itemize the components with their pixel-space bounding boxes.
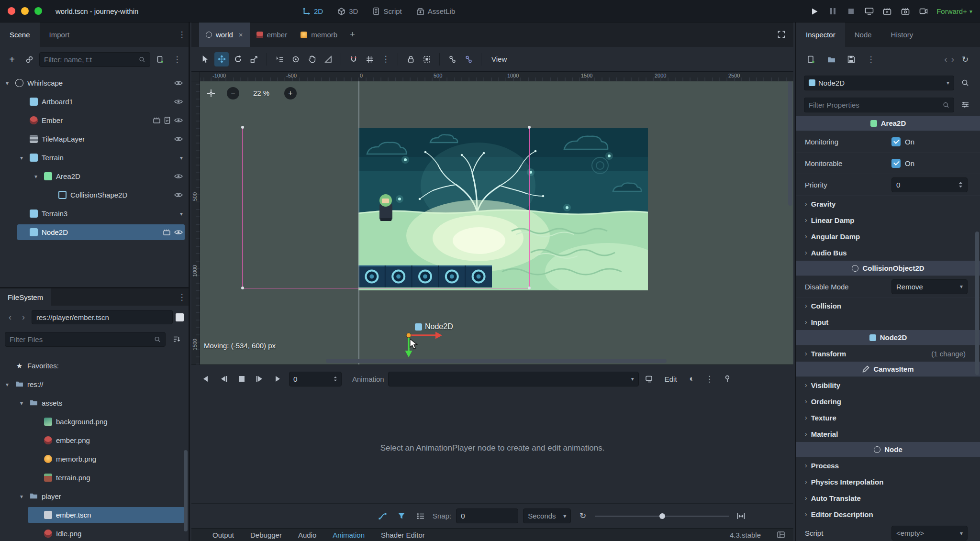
filesystem-scrollbar[interactable] — [184, 450, 188, 531]
scene-instance-icon[interactable] — [153, 117, 160, 123]
script-icon[interactable] — [164, 117, 170, 124]
scene-tree-item-collisionshape2d[interactable]: CollisionShape2D — [0, 186, 189, 204]
monitorable-checkbox[interactable] — [891, 159, 901, 168]
zoom-window-button[interactable] — [34, 7, 42, 15]
group-visibility[interactable]: › Visibility — [796, 377, 980, 393]
pivot-tool-icon[interactable] — [289, 52, 303, 66]
inspector-scrollbar[interactable] — [975, 232, 979, 375]
zoom-in-button[interactable]: + — [284, 87, 297, 99]
scene-tree-item-terrain[interactable]: ▾ Terrain ▾ — [0, 148, 189, 167]
scene-tree-item-artboard1[interactable]: Artboard1 — [0, 92, 189, 111]
category-node[interactable]: Node — [796, 442, 980, 457]
visibility-eye-icon[interactable] — [174, 192, 183, 198]
disable-mode-select[interactable]: Remove ▾ — [891, 279, 968, 294]
group-material[interactable]: › Material — [796, 426, 980, 442]
viewport-canvas[interactable]: − 22 % + Node2D Moving: (-534, 600) px — [200, 81, 793, 364]
resource-menu-icon[interactable]: ⋮ — [864, 55, 878, 65]
close-tab-icon[interactable]: × — [239, 31, 243, 39]
edit-next-object-button[interactable]: › — [951, 54, 954, 65]
play-from-start-button[interactable] — [253, 372, 267, 386]
category-collisionobject2d[interactable]: CollisionObject2D — [796, 261, 980, 276]
distraction-free-icon[interactable] — [774, 27, 789, 42]
file-filter-input[interactable] — [10, 335, 151, 343]
rotate-tool-button[interactable] — [231, 52, 245, 66]
bottom-tab-debugger[interactable]: Debugger — [250, 531, 282, 539]
snap-value-well[interactable] — [456, 508, 518, 523]
group-angular-damp[interactable]: › Angular Damp — [796, 228, 980, 244]
horizontal-scrollbar[interactable] — [200, 359, 788, 364]
group-collision[interactable]: › Collision — [796, 298, 980, 314]
group-texture[interactable]: › Texture — [796, 409, 980, 426]
fs-item-idle-png[interactable]: Idle.png — [0, 524, 189, 541]
animation-menu-icon[interactable]: ⋮ — [703, 374, 716, 384]
fs-item-res[interactable]: ▾ res:// — [0, 375, 189, 394]
property-options-icon[interactable] — [958, 98, 972, 112]
remote-deb​ug-icon[interactable] — [864, 6, 874, 17]
fs-item-ember-tscn[interactable]: ember.tscn — [0, 506, 189, 524]
frame-input[interactable] — [293, 375, 331, 383]
grid-snap-icon[interactable] — [363, 52, 377, 66]
scene-filter-input[interactable] — [44, 55, 136, 64]
filesystem-menu-icon[interactable]: ⋮ — [175, 288, 189, 306]
skeleton-options-icon[interactable] — [461, 52, 476, 66]
priority-spinner[interactable]: 0 — [891, 177, 968, 192]
lock-icon[interactable] — [403, 52, 418, 66]
group-process[interactable]: › Process — [796, 457, 980, 474]
node-selector[interactable]: Node2D ▾ — [804, 76, 954, 90]
group-audio-bus[interactable]: › Audio Bus — [796, 244, 980, 261]
filter-tracks-icon[interactable] — [394, 509, 409, 523]
play-backwards-button[interactable] — [216, 372, 231, 386]
tab-inspector[interactable]: Inspector — [796, 22, 845, 47]
group-physics-interpolation[interactable]: › Physics Interpolation — [796, 474, 980, 490]
loop-icon[interactable]: ↻ — [576, 509, 590, 523]
chevron-down-icon[interactable]: ▾ — [180, 155, 183, 161]
chevron-down-icon[interactable]: ▾ — [180, 210, 183, 217]
scene-tree-menu-icon[interactable]: ⋮ — [170, 55, 184, 65]
pan-tool-icon[interactable] — [305, 52, 319, 66]
fs-item-favorites[interactable]: ★ Favorites: — [0, 356, 189, 375]
category-canvasitem[interactable]: CanvasItem — [796, 362, 980, 377]
autoplay-icon[interactable] — [643, 372, 657, 386]
vertical-scrollbar[interactable] — [788, 81, 793, 358]
play-backwards-from-end-button[interactable] — [198, 372, 212, 386]
pause-button[interactable] — [827, 6, 838, 17]
instance-scene-button[interactable] — [22, 52, 36, 66]
fs-item-player[interactable]: ▾ player — [0, 487, 189, 506]
smart-snap-icon[interactable] — [346, 52, 361, 66]
fs-item-ember-png[interactable]: ember.png — [0, 431, 189, 450]
visibility-eye-icon[interactable] — [174, 117, 183, 123]
add-node-button[interactable]: + — [5, 52, 19, 66]
list-select-icon[interactable] — [272, 52, 287, 66]
slider-knob[interactable] — [659, 513, 665, 519]
scene-tab-ember[interactable]: ember — [250, 22, 294, 47]
close-window-button[interactable] — [8, 7, 15, 15]
visibility-eye-icon[interactable] — [174, 136, 183, 142]
move-tool-button[interactable] — [214, 52, 229, 66]
scene-tab-world[interactable]: world × — [199, 22, 250, 47]
tab-node[interactable]: Node — [845, 22, 881, 47]
category-node2d[interactable]: Node2D — [796, 330, 980, 345]
animation-frame-spinner[interactable] — [289, 372, 342, 386]
scene-instance-icon[interactable] — [163, 229, 170, 235]
script-select[interactable]: <empty> ▾ — [891, 526, 968, 541]
skeleton-icon[interactable] — [445, 52, 459, 66]
timeline-zoom-slider[interactable] — [595, 511, 729, 521]
workspace-2d-button[interactable]: 2D — [302, 7, 323, 15]
fs-item-background-png[interactable]: background.png — [0, 412, 189, 431]
group-ordering[interactable]: › Ordering — [796, 393, 980, 409]
group-editor-description[interactable]: › Editor Description — [796, 506, 980, 522]
new-resource-icon[interactable] — [804, 52, 818, 66]
tab-filesystem[interactable]: FileSystem — [0, 288, 51, 306]
ruler-tool-icon[interactable] — [321, 52, 335, 66]
stop-button[interactable] — [846, 6, 856, 17]
view-menu-button[interactable]: View — [487, 55, 512, 63]
bottom-tab-shader-editor[interactable]: Shader Editor — [381, 531, 425, 539]
path-well[interactable]: res://player/ember.tscn — [32, 310, 173, 324]
snap-input[interactable] — [461, 512, 513, 520]
tab-history[interactable]: History — [881, 22, 923, 47]
visibility-eye-icon[interactable] — [174, 99, 183, 105]
visibility-eye-icon[interactable] — [174, 173, 183, 179]
play-scene-button[interactable] — [882, 6, 892, 17]
scene-panel-menu-icon[interactable]: ⋮ — [175, 22, 189, 47]
scene-tree-item-node2d[interactable]: Node2D — [0, 223, 189, 242]
